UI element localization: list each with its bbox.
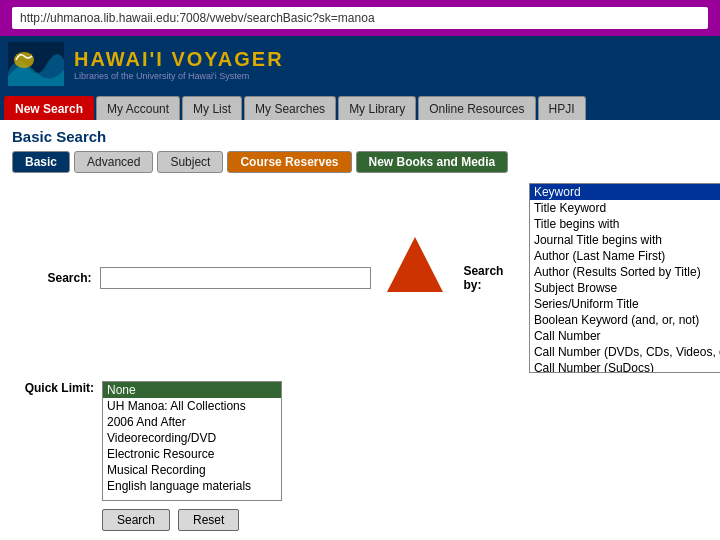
quick-limit-option-musical[interactable]: Musical Recording: [103, 462, 281, 478]
url-text: http://uhmanoa.lib.hawaii.edu:7008/vwebv…: [20, 11, 375, 25]
quick-limit-option-electronic[interactable]: Electronic Resource: [103, 446, 281, 462]
search-by-option-keyword[interactable]: Keyword: [530, 184, 720, 200]
search-by-dropdown[interactable]: KeywordTitle KeywordTitle begins withJou…: [529, 183, 720, 373]
arrow-graphic: [385, 237, 445, 292]
logo-sub: Libraries of the University of Hawai'i S…: [74, 71, 284, 81]
reset-button[interactable]: Reset: [178, 509, 239, 531]
search-by-option-subject-browse[interactable]: Subject Browse: [530, 280, 720, 296]
search-label: Search:: [12, 271, 100, 285]
search-by-option-call-number-sudocs[interactable]: Call Number (SuDocs): [530, 360, 720, 373]
quick-limit-option-english[interactable]: English language materials: [103, 478, 281, 494]
logo-text-block: HAWAI'I VOYAGER Libraries of the Univers…: [74, 48, 284, 81]
quick-limit-option-none[interactable]: None: [103, 382, 281, 398]
search-by-option-title-begins[interactable]: Title begins with: [530, 216, 720, 232]
nav-tab-searches[interactable]: My Searches: [244, 96, 336, 120]
search-by-option-call-number[interactable]: Call Number: [530, 328, 720, 344]
search-by-option-boolean-keyword[interactable]: Boolean Keyword (and, or, not): [530, 312, 720, 328]
search-by-option-journal-title[interactable]: Journal Title begins with: [530, 232, 720, 248]
nav-tab-library[interactable]: My Library: [338, 96, 416, 120]
nav-tab-new-search[interactable]: New Search: [4, 96, 94, 120]
nav-tab-hpji[interactable]: HPJI: [538, 96, 586, 120]
sub-tab-basic[interactable]: Basic: [12, 151, 70, 173]
site-header: HAWAI'I VOYAGER Libraries of the Univers…: [0, 36, 720, 92]
sub-tab-advanced[interactable]: Advanced: [74, 151, 153, 173]
nav-tab-account[interactable]: My Account: [96, 96, 180, 120]
sub-tab-course-reserves[interactable]: Course Reserves: [227, 151, 351, 173]
quick-limit-option-videorecording[interactable]: Videorecording/DVD: [103, 430, 281, 446]
nav-tabs: New SearchMy AccountMy ListMy SearchesMy…: [0, 92, 720, 120]
nav-tab-list[interactable]: My List: [182, 96, 242, 120]
logo-image: [8, 42, 64, 86]
form-buttons: SearchReset: [102, 509, 720, 531]
search-by-option-series-uniform[interactable]: Series/Uniform Title: [530, 296, 720, 312]
sub-tabs: BasicAdvancedSubjectCourse ReservesNew B…: [12, 151, 708, 173]
sub-tab-subject[interactable]: Subject: [157, 151, 223, 173]
quick-limit-list[interactable]: NoneUH Manoa: All Collections2006 And Af…: [102, 381, 282, 501]
quick-limit-label: Quick Limit:: [12, 381, 102, 395]
quick-limit-option-uh-manoa[interactable]: UH Manoa: All Collections: [103, 398, 281, 414]
search-by-label: Search by:: [463, 264, 523, 292]
search-by-option-author-title[interactable]: Author (Results Sorted by Title): [530, 264, 720, 280]
browser-chrome: http://uhmanoa.lib.hawaii.edu:7008/vwebv…: [0, 0, 720, 36]
page-title: Basic Search: [12, 128, 708, 145]
main-content: Basic Search BasicAdvancedSubjectCourse …: [0, 120, 720, 540]
search-by-option-call-number-dvd[interactable]: Call Number (DVDs, CDs, Videos, etc.): [530, 344, 720, 360]
logo-name: HAWAI'I VOYAGER: [74, 48, 284, 71]
search-button[interactable]: Search: [102, 509, 170, 531]
sub-tab-new-books[interactable]: New Books and Media: [356, 151, 509, 173]
quick-limit-option-2006-after[interactable]: 2006 And After: [103, 414, 281, 430]
nav-tab-online-resources[interactable]: Online Resources: [418, 96, 535, 120]
search-by-option-author-last[interactable]: Author (Last Name First): [530, 248, 720, 264]
svg-marker-2: [387, 237, 443, 292]
svg-point-1: [14, 52, 34, 68]
search-input[interactable]: [100, 267, 372, 289]
search-by-option-title-keyword[interactable]: Title Keyword: [530, 200, 720, 216]
search-form: Search: Search by: KeywordTitle KeywordT…: [12, 183, 708, 531]
url-bar[interactable]: http://uhmanoa.lib.hawaii.edu:7008/vwebv…: [12, 7, 708, 29]
